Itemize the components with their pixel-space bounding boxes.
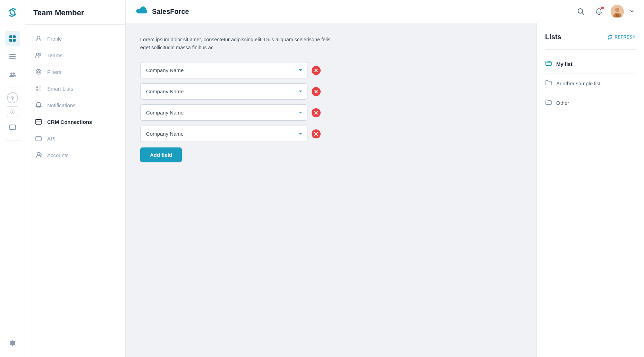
svg-point-25 [37,152,40,155]
list-item-my-list[interactable]: My list [545,57,636,71]
sidebar-item-smart-lists[interactable]: Smart Lists [25,80,125,97]
sidebar-item-teams[interactable]: Teams [25,47,125,63]
menu-list: Profile Teams Filters [25,25,125,357]
svg-rect-5 [9,56,16,57]
teams-icon [35,52,42,59]
sidebar-item-crm-connections[interactable]: CRM Connections [25,113,125,130]
folder-icon-2 [545,99,552,107]
sidebar-item-profile[interactable]: Profile [25,30,125,47]
svg-rect-3 [13,39,16,42]
sidebar-divider-1 [6,87,19,87]
grid-nav-icon[interactable] [5,31,20,46]
api-label: API [47,136,56,142]
sidebar-header: Team Member [25,0,125,25]
description-text: Lorem ipsum dolor sit amet, consectetur … [140,36,341,52]
icon-sidebar: ? ⓘ [0,0,25,357]
chat-nav-icon[interactable] [5,120,20,135]
menu-sidebar: Team Member Profile Teams [25,0,126,357]
search-button[interactable] [575,5,587,18]
list-divider-1 [545,74,636,74]
crm-connections-label: CRM Connections [47,119,92,125]
dropdown-rows: Company Name [140,62,321,142]
sidebar-item-api[interactable]: API [25,130,125,147]
avatar-chevron-icon[interactable] [629,9,634,15]
dropdown-row-4: Company Name [140,126,321,142]
list-nav-icon[interactable] [5,49,20,64]
crm-name: SalesForce [152,8,189,16]
dropdown-wrapper-4: Company Name [140,126,307,142]
salesforce-logo-icon [135,5,149,18]
filters-label: Filters [47,69,61,75]
help-nav-icon[interactable]: ? [7,92,18,103]
svg-rect-1 [13,35,16,38]
svg-point-14 [37,71,40,73]
right-panel: Lists REFRESH [536,23,644,357]
sidebar-item-filters[interactable]: Filters [25,63,125,80]
svg-rect-0 [9,35,12,38]
another-sample-label: Another sample list [556,80,601,86]
dropdown-wrapper-1: Company Name [140,62,307,78]
svg-point-11 [36,53,39,55]
svg-rect-19 [36,119,41,124]
crm-logo: SalesForce [135,5,189,18]
app-logo[interactable] [6,6,19,21]
accounts-icon [35,152,42,159]
company-name-select-4[interactable]: Company Name [140,126,307,142]
sidebar-item-notifications[interactable]: Notifications [25,97,125,113]
smart-lists-label: Smart Lists [47,86,73,92]
main-content: SalesForce [126,0,644,357]
sidebar-item-accounts[interactable]: Accounts [25,147,125,163]
company-name-select-1[interactable]: Company Name [140,62,307,78]
dropdown-row-3: Company Name [140,104,321,121]
company-name-select-3[interactable]: Company Name [140,104,307,121]
profile-label: Profile [47,36,62,42]
svg-rect-15 [36,86,38,88]
main-panel: Lorem ipsum dolor sit amet, consectetur … [126,23,536,357]
svg-point-31 [616,8,619,11]
dropdown-row-2: Company Name [140,83,321,100]
people-nav-icon[interactable] [5,67,20,82]
open-folder-icon [545,60,552,68]
notifications-label: Notifications [47,102,76,108]
lists-title: Lists [545,33,561,41]
top-header: SalesForce [126,0,644,23]
settings-nav-icon[interactable] [5,335,20,351]
crm-connections-icon [35,118,42,125]
list-item-another-sample[interactable]: Another sample list [545,76,636,91]
company-name-select-2[interactable]: Company Name [140,83,307,100]
svg-point-26 [40,154,41,155]
profile-icon [35,35,42,42]
list-item-other[interactable]: Other [545,95,636,110]
svg-line-28 [582,13,584,15]
dropdown-wrapper-3: Company Name [140,104,307,121]
smart-lists-icon [35,85,42,92]
sidebar-title: Team Member [33,8,117,17]
remove-button-4[interactable] [312,129,321,138]
svg-point-12 [39,53,41,55]
svg-rect-9 [9,125,16,129]
user-avatar[interactable] [611,5,624,18]
remove-button-2[interactable] [312,87,321,96]
svg-rect-16 [36,89,38,91]
svg-rect-6 [9,58,16,59]
my-list-label: My list [556,61,573,67]
svg-point-13 [36,69,41,74]
refresh-button[interactable]: REFRESH [608,35,636,40]
notifications-icon [35,102,42,109]
notification-button[interactable] [593,5,605,18]
svg-point-7 [10,73,12,75]
other-label: Other [556,100,569,106]
svg-point-10 [37,36,40,39]
dropdown-row-1: Company Name [140,62,321,78]
dropdown-wrapper-2: Company Name [140,83,307,100]
teams-label: Teams [47,52,62,58]
svg-rect-4 [9,54,16,55]
add-field-button[interactable]: Add field [140,147,182,162]
remove-button-3[interactable] [312,108,321,117]
info-nav-icon[interactable]: ⓘ [7,106,18,117]
remove-button-1[interactable] [312,66,321,75]
notification-dot [601,7,604,9]
svg-point-8 [13,73,15,75]
svg-rect-21 [36,137,41,141]
filters-icon [35,68,42,75]
